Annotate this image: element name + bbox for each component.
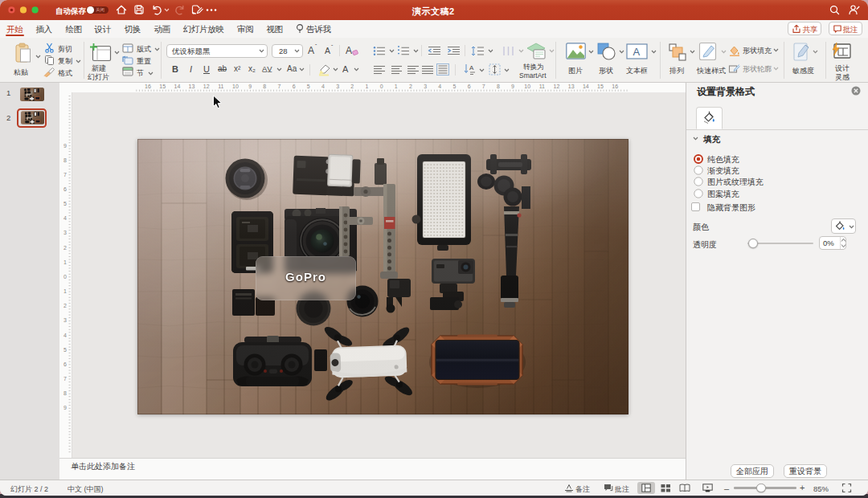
svg-text:14: 14 <box>174 84 181 89</box>
svg-text:1: 1 <box>365 84 368 89</box>
svg-text:2: 2 <box>63 245 67 251</box>
svg-text:4: 4 <box>63 215 67 221</box>
svg-text:6: 6 <box>468 84 471 89</box>
svg-text:3: 3 <box>63 317 67 323</box>
svg-text:5: 5 <box>307 84 310 89</box>
svg-text:7: 7 <box>278 84 281 89</box>
svg-text:4: 4 <box>321 84 325 89</box>
svg-text:6: 6 <box>63 186 67 192</box>
svg-text:16: 16 <box>145 84 151 89</box>
svg-text:0: 0 <box>63 274 67 280</box>
svg-text:13: 13 <box>568 84 575 89</box>
svg-text:3: 3 <box>424 84 427 89</box>
svg-text:1: 1 <box>63 259 67 265</box>
svg-text:7: 7 <box>63 172 67 178</box>
svg-text:1: 1 <box>63 288 67 294</box>
svg-text:9: 9 <box>511 84 514 89</box>
svg-text:A: A <box>469 64 474 71</box>
svg-text:5: 5 <box>452 84 456 89</box>
svg-text:4: 4 <box>438 84 441 89</box>
svg-text:9: 9 <box>63 405 67 410</box>
svg-text:12: 12 <box>203 84 210 89</box>
svg-text:15: 15 <box>159 84 166 89</box>
svg-text:14: 14 <box>583 84 589 89</box>
svg-text:A: A <box>633 46 641 58</box>
svg-text:6: 6 <box>63 361 67 367</box>
svg-text:7: 7 <box>63 376 67 382</box>
svg-text:8: 8 <box>63 390 67 396</box>
svg-text:9: 9 <box>63 143 67 149</box>
svg-text:1: 1 <box>395 84 398 89</box>
svg-text:12: 12 <box>554 84 560 89</box>
svg-text:11: 11 <box>218 84 223 89</box>
svg-text:16: 16 <box>612 84 618 89</box>
svg-text:8: 8 <box>63 157 67 163</box>
svg-text:2: 2 <box>63 303 67 308</box>
svg-text:15: 15 <box>597 84 604 89</box>
svg-text:3: 3 <box>336 84 339 89</box>
svg-text:6: 6 <box>293 84 296 89</box>
svg-text:2: 2 <box>350 84 354 89</box>
svg-text:0: 0 <box>380 84 383 89</box>
svg-text:9: 9 <box>248 84 252 89</box>
svg-text:10: 10 <box>232 84 239 89</box>
svg-text:10: 10 <box>524 84 530 89</box>
svg-text:13: 13 <box>189 84 195 89</box>
svg-text:8: 8 <box>497 84 500 89</box>
svg-text:3: 3 <box>63 230 67 235</box>
svg-text:7: 7 <box>482 84 485 89</box>
svg-text:8: 8 <box>263 84 266 89</box>
svg-text:11: 11 <box>539 84 545 89</box>
svg-text:4: 4 <box>63 333 67 338</box>
svg-text:2: 2 <box>409 84 412 89</box>
svg-text:5: 5 <box>63 201 67 206</box>
svg-text:5: 5 <box>63 347 67 353</box>
